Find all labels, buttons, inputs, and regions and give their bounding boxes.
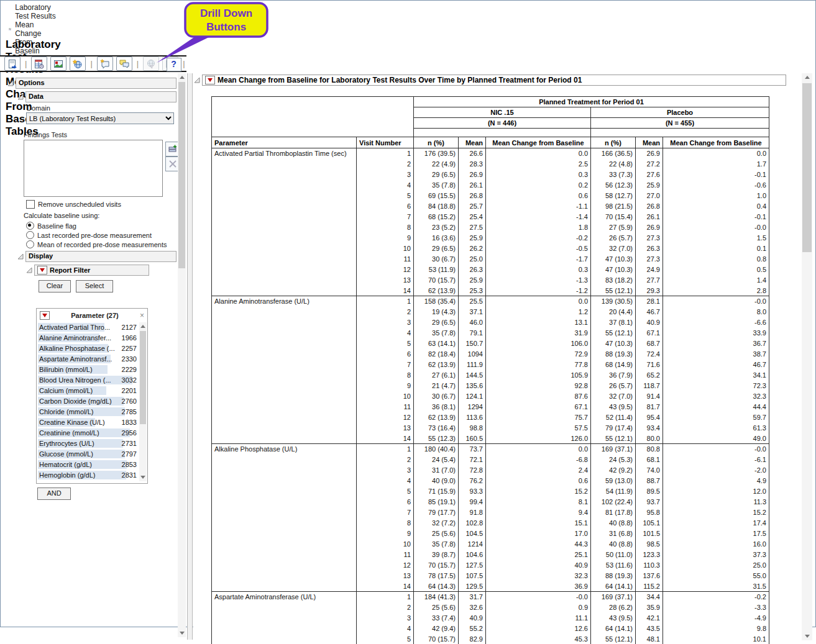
filter-list-scrollbar[interactable] xyxy=(139,322,147,481)
data-cell: -0.2 xyxy=(663,592,769,602)
help-button[interactable]: ? xyxy=(167,58,181,71)
and-button[interactable]: AND xyxy=(37,488,71,500)
data-cell: 1.0 xyxy=(663,191,769,201)
last-predose-radio-row[interactable]: Last recorded pre-dose measurement xyxy=(26,231,152,239)
filter-list-item[interactable]: Glucose (mmol/L)2797 xyxy=(38,449,138,460)
collapse-triangle-icon[interactable] xyxy=(17,94,24,100)
baseline-flag-radio-row[interactable]: Baseline flag xyxy=(26,222,76,230)
drill-down-map-icon[interactable] xyxy=(143,57,159,71)
filter-list-item[interactable]: Alanine Aminotransfer...1966 xyxy=(38,333,138,343)
collapse-triangle-icon[interactable] xyxy=(7,80,14,86)
scroll-up-icon[interactable] xyxy=(139,322,147,330)
filter-list-item[interactable]: Creatine Kinase (U/L)1833 xyxy=(38,417,138,428)
filter-list-item[interactable]: Carbon Dioxide (mg/dL)2760 xyxy=(38,396,138,407)
data-cell: 12 xyxy=(357,265,414,275)
data-cell: 82.9 xyxy=(459,634,486,644)
data-cell: 53 (11.9) xyxy=(414,265,459,275)
filter-list-item[interactable]: Bilirubin (mmol/L)2229 xyxy=(38,365,138,375)
filter-list-item[interactable]: Chloride (mmol/L)2785 xyxy=(38,407,138,417)
data-cell: 26.8 xyxy=(459,191,486,201)
data-cell: 5 xyxy=(357,191,414,201)
findings-tests-listbox[interactable] xyxy=(24,140,163,197)
scrollbar-thumb[interactable] xyxy=(178,82,185,268)
table-row: 442 (9.4)55.212.664 (14.1)43.59.8 xyxy=(212,624,769,634)
scrollbar-thumb[interactable] xyxy=(140,331,146,424)
scroll-down-icon[interactable] xyxy=(802,632,812,640)
mean-predose-radio-row[interactable]: Mean of recorded pre-dose measurements xyxy=(26,240,167,248)
data-cell: 74.0 xyxy=(636,465,663,476)
report-scrollbar[interactable] xyxy=(802,73,812,640)
scroll-up-icon[interactable] xyxy=(802,73,812,81)
data-cell: 72.3 xyxy=(663,381,769,391)
domain-select[interactable]: LB (Laboratory Test Results) xyxy=(26,112,174,124)
baseline-flag-radio[interactable] xyxy=(26,222,34,230)
remove-unscheduled-visits-row[interactable]: Remove unscheduled visits xyxy=(26,200,121,209)
remove-unscheduled-visits-checkbox[interactable] xyxy=(26,200,35,209)
table-row: 333 (7.4)40.911.143 (9.5)42.1-4.9 xyxy=(212,613,769,624)
close-icon[interactable]: × xyxy=(140,311,144,320)
filter-list-item[interactable]: Calcium (mmol/L)2201 xyxy=(38,386,138,396)
parameter-cell xyxy=(212,191,357,201)
filter-list-item[interactable]: Activated Partial Thro...2127 xyxy=(38,322,138,333)
filter-item-count: 2797 xyxy=(122,449,137,459)
web-report-icon[interactable] xyxy=(70,57,86,71)
data-cell: -1.4 xyxy=(486,212,591,222)
select-button[interactable]: Select xyxy=(76,280,113,293)
scrollbar-thumb[interactable] xyxy=(802,83,812,252)
data-section-header[interactable]: Data xyxy=(17,91,176,102)
data-cell: 1.8 xyxy=(486,222,591,233)
data-cell: 0.8 xyxy=(663,254,769,265)
filter-list-item[interactable]: Creatinine (mmol/L)2956 xyxy=(38,428,138,438)
data-cell: 42 (9.2) xyxy=(591,465,636,476)
data-cell: 102 (22.4) xyxy=(591,497,636,507)
filter-list-item[interactable]: Alkaline Phosphatase (...2257 xyxy=(38,343,138,354)
report-icon[interactable] xyxy=(4,57,21,71)
filter-item-count: 2229 xyxy=(122,365,137,374)
data-cell: 68.1 xyxy=(636,455,663,465)
data-cell: 31.7 xyxy=(459,592,486,602)
annotation-icon[interactable] xyxy=(97,57,113,71)
table-row: 916 (3.6)25.9-0.226 (5.7)27.31.5 xyxy=(212,233,769,243)
data-cell: -6.6 xyxy=(663,317,769,328)
mean-predose-label: Mean of recorded pre-dose measurements xyxy=(37,241,167,248)
collapse-triangle-icon[interactable] xyxy=(17,253,24,260)
filter-list-item[interactable]: Hematocrit (g/dL)2853 xyxy=(38,460,138,470)
data-cell: 34.1 xyxy=(663,370,769,381)
display-section-header[interactable]: Display xyxy=(17,251,176,262)
mean-predose-radio[interactable] xyxy=(26,240,34,248)
sidebar-scrollbar[interactable] xyxy=(178,73,186,637)
save-image-icon[interactable] xyxy=(50,57,66,71)
parameter-cell xyxy=(212,338,357,349)
remove-unscheduled-visits-label: Remove unscheduled visits xyxy=(38,201,121,208)
filter-list-item[interactable]: Erythrocytes (U/L)2731 xyxy=(38,438,138,449)
data-cell: 10 xyxy=(357,391,414,402)
collapse-triangle-icon[interactable] xyxy=(194,77,200,83)
clear-button[interactable]: Clear xyxy=(39,280,71,293)
scroll-down-icon[interactable] xyxy=(139,473,147,481)
last-predose-radio[interactable] xyxy=(26,231,34,239)
data-cell: 106.0 xyxy=(486,338,591,349)
collapse-triangle-icon[interactable] xyxy=(26,267,32,273)
red-triangle-menu-icon[interactable] xyxy=(40,311,50,320)
journal-icon[interactable] xyxy=(31,57,47,71)
notes-icon[interactable] xyxy=(116,57,132,71)
data-cell: 2.4 xyxy=(486,465,591,476)
data-cell: 59 (13.0) xyxy=(591,476,636,486)
data-cell: 166 (36.5) xyxy=(591,148,636,159)
filter-item-count: 3032 xyxy=(122,375,137,385)
data-cell: -0.0 xyxy=(663,296,769,307)
red-triangle-menu-icon[interactable] xyxy=(205,76,215,84)
scroll-up-icon[interactable] xyxy=(178,73,186,81)
red-triangle-menu-icon[interactable] xyxy=(37,266,47,274)
table-row: 329 (6.5)26.90.333 (7.3)27.6-0.1 xyxy=(212,170,769,180)
scroll-down-icon[interactable] xyxy=(178,629,186,637)
data-cell: 27 (5.9) xyxy=(591,222,636,233)
report-filter-header[interactable]: Report Filter xyxy=(26,265,149,276)
filter-list-item[interactable]: Hemoglobin (g/dL)2831 xyxy=(38,470,138,481)
options-section-header[interactable]: Options xyxy=(7,78,176,89)
parameter-cell xyxy=(212,349,357,360)
panel-splitter[interactable] xyxy=(187,73,193,640)
parameter-cell xyxy=(212,486,357,497)
filter-list-item[interactable]: Aspartate Aminotransf...2330 xyxy=(38,354,138,365)
filter-list-item[interactable]: Blood Urea Nitrogen (...3032 xyxy=(38,375,138,386)
